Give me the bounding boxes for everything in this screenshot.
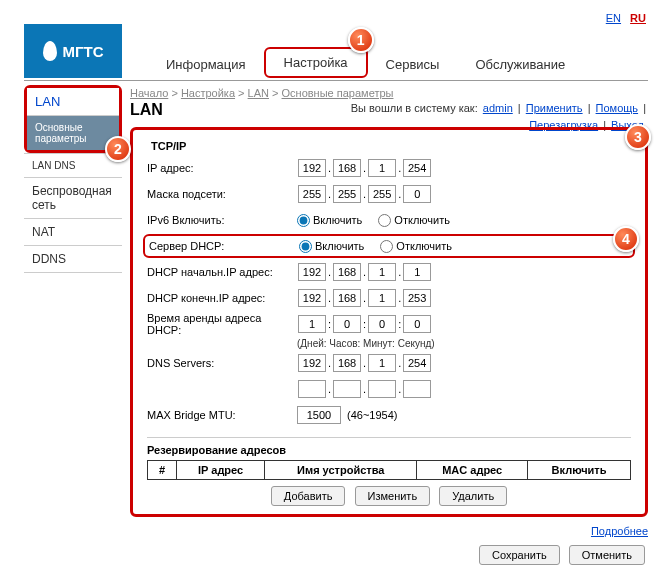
logo: МГТС [24,24,122,78]
crumb-basic[interactable]: Основные параметры [282,87,394,99]
col-en: Включить [528,461,631,480]
mtu-input[interactable] [297,406,341,424]
tab-info[interactable]: Информация [148,51,264,78]
drop-icon [43,41,57,61]
dns2-3[interactable] [368,380,396,398]
dns-label: DNS Servers: [147,357,297,369]
dns1-1[interactable] [298,354,326,372]
apply-link[interactable]: Применить [526,102,583,114]
tab-maint[interactable]: Обслуживание [457,51,583,78]
dhcp-end-2[interactable] [333,289,361,307]
callout-1: 1 [348,27,374,53]
dhcp-off-radio[interactable]: Отключить [380,240,452,253]
dhcp-start-3[interactable] [368,263,396,281]
dns1-4[interactable] [403,354,431,372]
ip-octet-3[interactable] [368,159,396,177]
sidebar-item-wireless[interactable]: Беспроводная сеть [24,177,122,218]
reserve-legend: Резервирование адресов [147,437,631,456]
top-tabs: Информация Настройка 1 Сервисы Обслужива… [148,48,583,78]
dns2-1[interactable] [298,380,326,398]
mask-octet-1[interactable] [298,185,326,203]
col-ip: IP адрес [177,461,265,480]
dns2-4[interactable] [403,380,431,398]
dhcp-end-label: DHCP конечн.IP адрес: [147,292,297,304]
lease-days[interactable] [298,315,326,333]
lease-sec[interactable] [403,315,431,333]
ipv6-off-radio[interactable]: Отключить [378,214,450,227]
col-num: # [148,461,177,480]
sidebar-item-nat[interactable]: NAT [24,218,122,245]
sidebar-item-ddns[interactable]: DDNS [24,245,122,273]
mtu-range: (46~1954) [347,409,397,421]
tcpip-panel: 3 TCP/IP IP адрес: . . . Маска подсети: … [130,127,648,517]
user-link[interactable]: admin [483,102,513,114]
lang-en-link[interactable]: EN [606,12,621,24]
mask-octet-2[interactable] [333,185,361,203]
crumb-start[interactable]: Начало [130,87,168,99]
add-button[interactable]: Добавить [271,486,346,506]
col-name: Имя устройства [265,461,417,480]
dns1-2[interactable] [333,354,361,372]
ip-label: IP адрес: [147,162,297,174]
more-link[interactable]: Подробнее [591,525,648,537]
lease-min[interactable] [368,315,396,333]
lease-hours[interactable] [333,315,361,333]
ip-octet-1[interactable] [298,159,326,177]
logo-text: МГТС [63,43,104,60]
col-mac: MAC адрес [417,461,528,480]
dhcp-end-3[interactable] [368,289,396,307]
mask-octet-3[interactable] [368,185,396,203]
crumb-lan[interactable]: LAN [248,87,269,99]
callout-4: 4 [613,226,639,252]
lease-note: (Дней: Часов: Минут: Секунд) [297,338,631,349]
save-button[interactable]: Сохранить [479,545,560,565]
dns2-2[interactable] [333,380,361,398]
language-bar: EN RU [600,12,646,24]
tcpip-legend: TCP/IP [147,138,631,154]
dhcp-start-label: DHCP начальн.IP адрес: [147,266,297,278]
mask-octet-4[interactable] [403,185,431,203]
crumb-setup[interactable]: Настройка [181,87,235,99]
ip-octet-2[interactable] [333,159,361,177]
mtu-label: MAX Bridge MTU: [147,409,297,421]
reserve-table: # IP адрес Имя устройства MAC адрес Вклю… [147,460,631,480]
dhcp-start-2[interactable] [333,263,361,281]
callout-3: 3 [625,124,651,150]
help-link[interactable]: Помощь [596,102,639,114]
dns1-3[interactable] [368,354,396,372]
ipv6-on-radio[interactable]: Включить [297,214,362,227]
cancel-button[interactable]: Отменить [569,545,645,565]
mask-label: Маска подсети: [147,188,297,200]
lease-label: Время аренды адреса DHCP: [147,312,297,336]
dhcp-start-4[interactable] [403,263,431,281]
ipv6-label: IPv6 Включить: [147,214,297,226]
delete-button[interactable]: Удалить [439,486,507,506]
lang-ru-link[interactable]: RU [630,12,646,24]
ip-octet-4[interactable] [403,159,431,177]
sidebar: LAN Основные параметры 2 LAN DNS Беспров… [24,85,122,565]
dhcp-label: Сервер DHCP: [149,240,299,252]
breadcrumb: Начало > Настройка > LAN > Основные пара… [130,87,648,99]
tab-services[interactable]: Сервисы [368,51,458,78]
dhcp-start-1[interactable] [298,263,326,281]
dhcp-end-1[interactable] [298,289,326,307]
tab-setup[interactable]: Настройка 1 [264,47,368,78]
dhcp-end-4[interactable] [403,289,431,307]
callout-2: 2 [105,136,131,162]
sidebar-item-lan[interactable]: LAN [27,88,119,115]
dhcp-on-radio[interactable]: Включить [299,240,364,253]
edit-button[interactable]: Изменить [355,486,431,506]
